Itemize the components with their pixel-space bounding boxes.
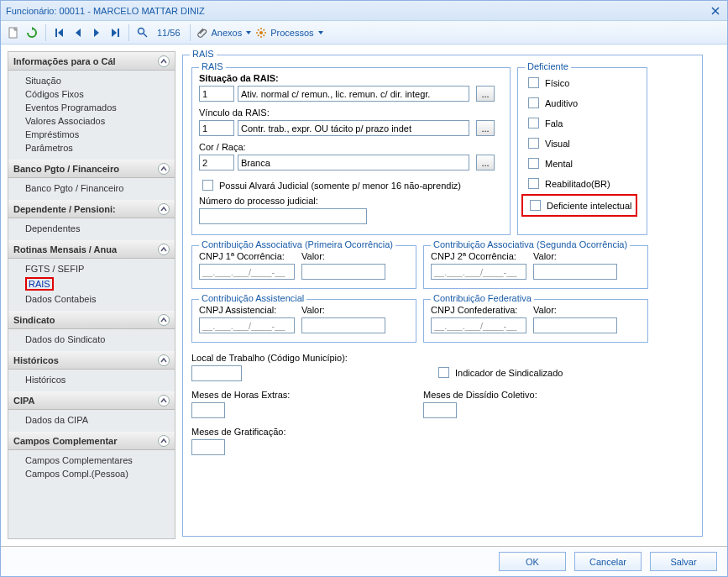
rais-outer-legend: RAIS bbox=[190, 49, 217, 59]
ok-button[interactable]: OK bbox=[499, 552, 566, 571]
contrib-assoc2-legend: Contribuição Associativa (Segunda Ocorrê… bbox=[431, 239, 630, 249]
valor-label-1: Valor: bbox=[301, 251, 325, 261]
sidebar-item[interactable]: Dados da CIPA bbox=[25, 413, 175, 427]
accordion-header[interactable]: Históricos bbox=[8, 351, 175, 370]
cor-lookup-button[interactable]: ... bbox=[476, 155, 495, 170]
cnpj-assist-label: CNPJ Assistencial: bbox=[199, 305, 276, 315]
sidebar-item[interactable]: Históricos bbox=[25, 373, 175, 386]
valor2-input[interactable] bbox=[533, 264, 617, 280]
cor-desc-input[interactable] bbox=[238, 155, 469, 170]
sidebar-item[interactable]: Dados do Sindicato bbox=[25, 333, 175, 346]
prev-icon[interactable] bbox=[71, 25, 86, 40]
fala-checkbox[interactable] bbox=[528, 118, 539, 129]
cnpj2-input[interactable] bbox=[431, 264, 526, 280]
valor1-input[interactable] bbox=[301, 264, 385, 280]
mental-checkbox[interactable] bbox=[528, 158, 539, 169]
anexos-menu[interactable]: Anexos bbox=[196, 27, 253, 39]
meses-dc-input[interactable] bbox=[423, 402, 457, 418]
cor-label: Cor / Raça: bbox=[199, 142, 246, 152]
cnpj1-label: CNPJ 1ª Ocorrência: bbox=[199, 251, 285, 261]
chevron-up-icon bbox=[158, 203, 170, 215]
auditivo-checkbox[interactable] bbox=[528, 97, 539, 108]
meses-he-label: Meses de Horas Extras: bbox=[191, 390, 290, 400]
sidebar: Informações para o CálSituaçãoCódigos Fi… bbox=[8, 51, 175, 539]
meses-dc-label: Meses de Dissídio Coletivo: bbox=[423, 390, 537, 400]
sidebar-item[interactable]: Situação bbox=[25, 74, 175, 87]
cor-code-input[interactable] bbox=[199, 155, 234, 170]
valor-label-2: Valor: bbox=[533, 251, 557, 261]
sidebar-item[interactable]: RAIS bbox=[25, 275, 175, 292]
sidebar-item[interactable]: Dependentes bbox=[25, 222, 175, 235]
sidebar-item[interactable]: Empréstimos bbox=[25, 128, 175, 141]
accordion-header[interactable]: Banco Pgto / Financeiro bbox=[8, 160, 175, 178]
chevron-up-icon bbox=[158, 354, 170, 366]
search-icon[interactable] bbox=[135, 25, 150, 40]
chevron-down-icon bbox=[245, 29, 252, 36]
close-icon[interactable] bbox=[709, 4, 722, 18]
situacao-code-input[interactable] bbox=[199, 86, 234, 102]
sidebar-item[interactable]: Eventos Programados bbox=[25, 101, 175, 114]
situacao-lookup-button[interactable]: ... bbox=[476, 86, 495, 102]
intelectual-checkbox[interactable] bbox=[530, 200, 541, 211]
vinculo-code-input[interactable] bbox=[199, 120, 234, 136]
alvara-checkbox[interactable] bbox=[202, 180, 213, 191]
chevron-up-icon bbox=[158, 314, 170, 326]
sidebar-item[interactable]: Dados Contabeis bbox=[25, 292, 175, 306]
accordion-header[interactable]: CIPA bbox=[8, 391, 175, 410]
chevron-up-icon bbox=[158, 435, 170, 447]
local-trabalho-label: Local de Trabalho (Código Município): bbox=[191, 353, 348, 363]
numproc-label: Número do processo judicial: bbox=[199, 196, 318, 206]
chevron-up-icon bbox=[158, 244, 170, 255]
chevron-down-icon bbox=[317, 29, 324, 36]
page-counter: 11/56 bbox=[157, 28, 181, 38]
contrib-assist-legend: Contribuição Assistencial bbox=[199, 293, 306, 303]
local-trabalho-input[interactable] bbox=[191, 365, 242, 381]
cnpj-assist-input[interactable] bbox=[199, 317, 295, 333]
accordion-header[interactable]: Sindicato bbox=[8, 311, 175, 329]
cnpj2-label: CNPJ 2ª Ocorrência: bbox=[431, 251, 516, 261]
meses-grat-label: Meses de Gratificação: bbox=[191, 427, 286, 437]
refresh-icon[interactable] bbox=[24, 25, 39, 40]
indicador-sind-checkbox[interactable] bbox=[438, 367, 449, 378]
vinculo-desc-input[interactable] bbox=[238, 120, 469, 136]
numproc-input[interactable] bbox=[199, 208, 367, 224]
valor-label-4: Valor: bbox=[533, 305, 557, 315]
reabilitado-checkbox[interactable] bbox=[528, 178, 539, 189]
chevron-up-icon bbox=[158, 395, 170, 407]
accordion-header[interactable]: Informações para o Cál bbox=[8, 52, 175, 71]
meses-grat-input[interactable] bbox=[191, 439, 225, 455]
processos-menu[interactable]: Processos bbox=[255, 27, 323, 39]
accordion-header[interactable]: Campos Complementar bbox=[8, 432, 175, 450]
contrib-assoc1-legend: Contribuição Associativa (Primeira Ocorr… bbox=[199, 239, 395, 249]
next-icon[interactable] bbox=[89, 25, 104, 40]
save-button[interactable]: Salvar bbox=[650, 552, 717, 571]
accordion-header[interactable]: Rotinas Mensais / Anua bbox=[8, 240, 175, 259]
valor-label-3: Valor: bbox=[301, 305, 325, 315]
fisico-checkbox[interactable] bbox=[528, 77, 539, 88]
sidebar-item[interactable]: Códigos Fixos bbox=[25, 87, 175, 101]
cancel-button[interactable]: Cancelar bbox=[574, 552, 642, 571]
valor-confed-input[interactable] bbox=[533, 317, 617, 333]
sidebar-item[interactable]: FGTS / SEFIP bbox=[25, 262, 175, 275]
gear-icon bbox=[255, 27, 267, 39]
new-icon[interactable] bbox=[6, 25, 21, 40]
sidebar-item[interactable]: Parâmetros bbox=[25, 141, 175, 155]
cnpj1-input[interactable] bbox=[199, 264, 295, 280]
rais-inner-legend: RAIS bbox=[199, 61, 226, 71]
paperclip-icon bbox=[196, 27, 208, 39]
indicador-sind-label: Indicador de Sindicalizado bbox=[455, 368, 563, 378]
visual-checkbox[interactable] bbox=[528, 138, 539, 149]
first-icon[interactable] bbox=[52, 25, 67, 40]
situacao-desc-input[interactable] bbox=[238, 86, 469, 102]
valor-assist-input[interactable] bbox=[301, 317, 385, 333]
meses-he-input[interactable] bbox=[191, 402, 225, 418]
sidebar-item[interactable]: Banco Pgto / Financeiro bbox=[25, 181, 175, 195]
sidebar-item[interactable]: Campos Compl.(Pessoa) bbox=[25, 467, 175, 480]
accordion-header[interactable]: Dependente / Pensioni: bbox=[8, 200, 175, 218]
last-icon[interactable] bbox=[107, 25, 123, 40]
cnpj-confed-input[interactable] bbox=[431, 317, 526, 333]
sidebar-item[interactable]: Campos Complementares bbox=[25, 454, 175, 467]
window-title: Funcionário: 00011 - MARCELO MATTAR DINI… bbox=[6, 6, 709, 16]
sidebar-item[interactable]: Valores Associados bbox=[25, 114, 175, 128]
vinculo-lookup-button[interactable]: ... bbox=[476, 120, 495, 136]
